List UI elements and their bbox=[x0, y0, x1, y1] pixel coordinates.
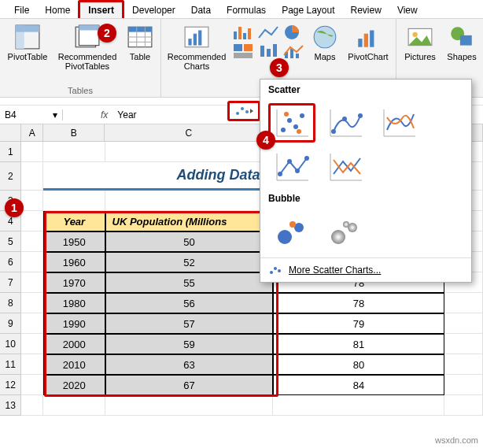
svg-point-53 bbox=[358, 113, 363, 118]
row-7[interactable]: 7 bbox=[0, 272, 21, 293]
table-cell[interactable]: 57 bbox=[105, 313, 274, 334]
table-cell[interactable]: 2000 bbox=[43, 334, 105, 354]
svg-point-59 bbox=[287, 159, 292, 164]
tab-file[interactable]: File bbox=[6, 2, 37, 18]
column-chart-icon[interactable] bbox=[232, 24, 254, 41]
table-cell[interactable]: 1950 bbox=[43, 231, 105, 252]
scatter-option-lines[interactable] bbox=[322, 147, 369, 187]
row-11[interactable]: 11 bbox=[0, 354, 21, 375]
table-cell[interactable]: 1960 bbox=[43, 252, 105, 272]
table-cell[interactable]: 55 bbox=[105, 272, 274, 293]
row-6[interactable]: 6 bbox=[0, 252, 21, 272]
stat-chart-icon[interactable] bbox=[257, 43, 279, 60]
svg-rect-28 bbox=[290, 49, 293, 58]
col-A[interactable]: A bbox=[21, 124, 42, 141]
select-all-corner[interactable] bbox=[0, 124, 21, 141]
svg-rect-2 bbox=[16, 25, 39, 32]
line-chart-icon[interactable] bbox=[257, 24, 279, 41]
svg-rect-26 bbox=[273, 44, 277, 57]
pie-chart-icon[interactable] bbox=[282, 24, 304, 41]
scatter-option-lines-markers[interactable] bbox=[268, 147, 315, 187]
table-button[interactable]: Table bbox=[124, 22, 156, 61]
pivottable-button[interactable]: PivotTable bbox=[5, 22, 50, 61]
table-cell[interactable]: 50 bbox=[105, 231, 274, 252]
tab-insert[interactable]: Insert bbox=[78, 0, 124, 18]
svg-rect-5 bbox=[79, 25, 99, 30]
row-10[interactable]: 10 bbox=[0, 334, 21, 354]
row-8[interactable]: 8 bbox=[0, 293, 21, 313]
tab-home[interactable]: Home bbox=[37, 2, 78, 18]
tab-review[interactable]: Review bbox=[343, 2, 389, 18]
svg-rect-40 bbox=[460, 35, 472, 46]
col-B[interactable]: B bbox=[43, 124, 105, 141]
table-cell[interactable]: 80 bbox=[273, 354, 444, 375]
row-13[interactable]: 13 bbox=[0, 395, 21, 416]
svg-rect-13 bbox=[188, 39, 191, 46]
tab-pagelayout[interactable]: Page Layout bbox=[274, 2, 342, 18]
svg-rect-14 bbox=[194, 34, 197, 46]
name-box[interactable]: B4 ▾ bbox=[0, 109, 63, 120]
svg-point-61 bbox=[304, 156, 309, 161]
svg-rect-16 bbox=[234, 31, 237, 39]
tab-formulas[interactable]: Formulas bbox=[219, 2, 274, 18]
table-cell[interactable]: 81 bbox=[273, 334, 444, 354]
scatter-option-markers[interactable] bbox=[268, 103, 315, 143]
table-cell[interactable]: 63 bbox=[105, 354, 274, 375]
table-cell[interactable]: 1990 bbox=[43, 313, 105, 334]
pictures-icon bbox=[407, 24, 433, 50]
scatter-dropdown: Scatter Bubble More Scatter Charts... bbox=[260, 79, 472, 283]
col-C[interactable]: C bbox=[105, 124, 273, 141]
namebox-dropdown-icon: ▾ bbox=[53, 109, 57, 120]
header-year[interactable]: Year bbox=[43, 211, 105, 231]
table-cell[interactable]: 52 bbox=[105, 252, 274, 272]
row-9[interactable]: 9 bbox=[0, 313, 21, 334]
scatter-option-smooth-markers[interactable] bbox=[322, 103, 369, 143]
pictures-button[interactable]: Pictures bbox=[401, 22, 439, 61]
row-2[interactable]: 2 bbox=[0, 162, 21, 191]
maps-button[interactable]: Maps bbox=[309, 22, 341, 61]
hierarchy-chart-icon[interactable] bbox=[232, 43, 254, 60]
table-cell[interactable]: 2020 bbox=[43, 375, 105, 395]
callout-1: 1 bbox=[5, 198, 24, 217]
table-cell[interactable]: 78 bbox=[273, 293, 444, 313]
maps-icon bbox=[312, 24, 338, 50]
dropdown-section-scatter: Scatter bbox=[260, 80, 471, 100]
table-cell[interactable]: 67 bbox=[105, 375, 274, 395]
table-cell[interactable]: 1970 bbox=[43, 272, 105, 293]
svg-point-33 bbox=[314, 26, 336, 48]
pivotchart-button[interactable]: PivotChart bbox=[345, 22, 391, 61]
scatter-chart-button[interactable] bbox=[227, 101, 260, 121]
svg-point-32 bbox=[245, 110, 249, 113]
more-scatter-charts[interactable]: More Scatter Charts... bbox=[260, 257, 471, 282]
table-cell[interactable]: 59 bbox=[105, 334, 274, 354]
scatter-option-smooth[interactable] bbox=[375, 103, 422, 143]
svg-point-30 bbox=[236, 112, 239, 115]
row-1[interactable]: 1 bbox=[0, 142, 21, 162]
fx-icon[interactable]: fx bbox=[94, 109, 114, 120]
formula-value[interactable]: Year bbox=[114, 109, 139, 120]
table-cell[interactable]: 79 bbox=[273, 313, 444, 334]
svg-point-67 bbox=[331, 230, 345, 244]
pivotchart-icon bbox=[355, 24, 382, 50]
combo-chart-icon[interactable] bbox=[282, 43, 304, 60]
table-cell[interactable]: 2010 bbox=[43, 354, 105, 375]
svg-point-70 bbox=[270, 271, 273, 274]
svg-rect-18 bbox=[243, 33, 246, 39]
tab-developer[interactable]: Developer bbox=[124, 2, 183, 18]
row-12[interactable]: 12 bbox=[0, 375, 21, 395]
table-cell[interactable]: 1980 bbox=[43, 293, 105, 313]
svg-point-43 bbox=[281, 128, 286, 132]
row-5[interactable]: 5 bbox=[0, 231, 21, 252]
tab-data[interactable]: Data bbox=[183, 2, 219, 18]
svg-rect-15 bbox=[198, 31, 201, 46]
bubble-option-3d[interactable] bbox=[322, 212, 369, 251]
recommended-charts-button[interactable]: Recommended Charts bbox=[166, 22, 227, 71]
ribbon-tabs: File Home Insert Developer Data Formulas… bbox=[0, 0, 483, 19]
table-cell[interactable]: 56 bbox=[105, 293, 274, 313]
shapes-button[interactable]: Shapes bbox=[444, 22, 480, 61]
table-cell[interactable]: 84 bbox=[273, 375, 444, 395]
header-uk[interactable]: UK Population (Millions bbox=[105, 211, 274, 231]
tab-view[interactable]: View bbox=[389, 2, 426, 18]
bubble-option-2d[interactable] bbox=[268, 212, 315, 251]
svg-rect-24 bbox=[260, 46, 264, 57]
